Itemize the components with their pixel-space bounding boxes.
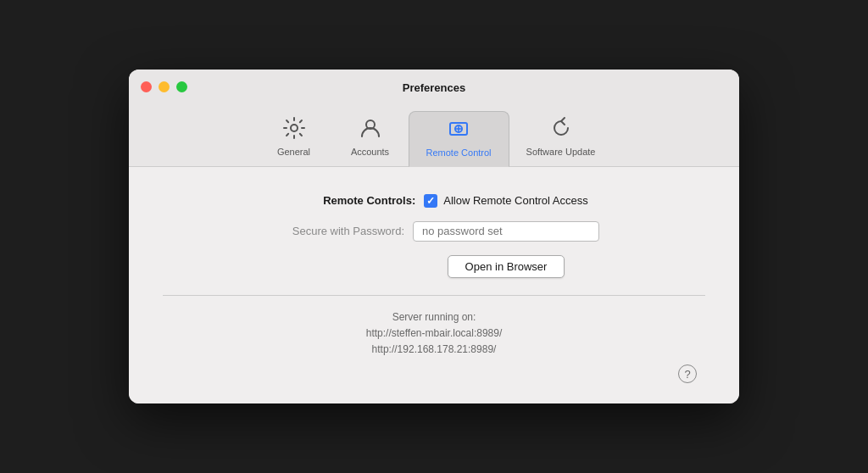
main-content: Remote Controls: Allow Remote Control Ac… (129, 167, 739, 404)
person-icon (359, 116, 382, 143)
open-browser-button[interactable]: Open in Browser (448, 255, 565, 278)
titlebar: Preferences (129, 70, 739, 104)
maximize-button[interactable] (176, 81, 187, 92)
allow-remote-control-text: Allow Remote Control Access (443, 194, 588, 207)
gear-icon (282, 116, 306, 143)
tab-software-update-label: Software Update (526, 147, 596, 157)
tab-accounts[interactable]: Accounts (332, 111, 409, 166)
minimize-button[interactable] (159, 81, 170, 92)
password-input[interactable] (413, 221, 599, 242)
tab-general-label: General (277, 147, 310, 157)
traffic-lights (141, 81, 187, 92)
window-title: Preferences (403, 81, 465, 94)
remote-controls-label: Remote Controls: (280, 194, 415, 207)
toolbar: General Accounts Remote Control (129, 104, 739, 167)
server-line1: Server running on: (163, 309, 705, 326)
help-row: ? (163, 358, 705, 387)
tab-remote-control[interactable]: Remote Control (409, 111, 509, 167)
password-row: Secure with Password: (269, 221, 599, 242)
server-line2: http://steffen-mbair.local:8989/ (163, 326, 705, 342)
tab-software-update[interactable]: Software Update (509, 111, 613, 166)
remote-control-section: Remote Controls: Allow Remote Control Ac… (163, 194, 705, 278)
allow-remote-control-checkbox[interactable] (424, 194, 437, 208)
server-line3: http://192.168.178.21:8989/ (163, 342, 705, 358)
remote-control-icon (447, 117, 470, 144)
svg-point-4 (458, 127, 460, 130)
allow-remote-control-row: Remote Controls: Allow Remote Control Ac… (280, 194, 588, 208)
password-label: Secure with Password: (269, 225, 404, 237)
svg-point-0 (291, 125, 298, 131)
tab-accounts-label: Accounts (351, 147, 389, 157)
server-info: Server running on: http://steffen-mbair.… (163, 309, 705, 359)
update-icon (549, 116, 573, 143)
help-button[interactable]: ? (678, 364, 697, 383)
preferences-window: Preferences General Accounts (129, 70, 739, 404)
allow-checkbox-container: Allow Remote Control Access (424, 194, 588, 208)
open-browser-row: Open in Browser (303, 255, 565, 278)
tab-remote-control-label: Remote Control (426, 147, 492, 158)
bottom-separator (163, 295, 705, 296)
close-button[interactable] (141, 81, 152, 92)
tab-general[interactable]: General (256, 111, 332, 166)
